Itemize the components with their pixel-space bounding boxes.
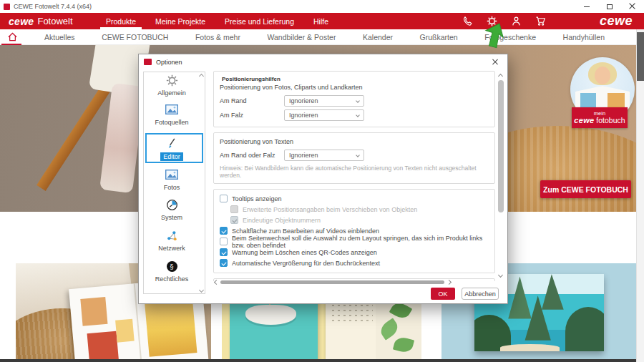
am-falz-select[interactable]: Ignorieren xyxy=(284,109,364,121)
brush-icon xyxy=(165,137,178,150)
ok-button[interactable]: OK xyxy=(431,288,455,300)
checkbox-seitenwechsel-layout[interactable]: Beim Seitenwechsel soll die Auswahl zu d… xyxy=(220,236,489,247)
checkbox-box[interactable] xyxy=(220,259,228,267)
options-content: Positionierungshilfen Positionierung von… xyxy=(213,71,495,281)
chevron-down-icon xyxy=(356,153,360,157)
dialog-close-button[interactable] xyxy=(483,54,507,69)
dialog-app-icon xyxy=(144,59,152,65)
sidebar-item-fotoquellen[interactable]: Fotoquellen xyxy=(144,103,200,126)
menu-item-hilfe[interactable]: Hilfe xyxy=(313,13,328,29)
sidebar-item-label: Netzwerk xyxy=(158,245,185,252)
am-rand-oder-falz-label: Am Rand oder Falz xyxy=(220,152,284,159)
scroll-right-icon[interactable] xyxy=(447,280,452,284)
am-rand-label: Am Rand xyxy=(220,97,284,104)
editor-options-group: Tooltips anzeigen Erweiterte Positionsan… xyxy=(213,189,495,273)
checkbox-label: Beim Seitenwechsel soll die Auswahl zu d… xyxy=(232,235,489,249)
green-pointer-arrow xyxy=(482,22,527,52)
scrollbar-thumb[interactable] xyxy=(498,80,504,212)
phone-icon[interactable] xyxy=(462,16,473,26)
options-sidebar: Allgemein Fotoquellen Editor Fotos Syste… xyxy=(143,72,205,294)
options-dialog: Optionen Allgemein Fotoquellen Editor Fo… xyxy=(138,54,508,304)
sidebar-item-editor[interactable]: Editor xyxy=(144,137,200,161)
checkbox-tooltips[interactable]: Tooltips anzeigen xyxy=(220,193,489,204)
sidebar-item-label: Fotoquellen xyxy=(155,119,188,126)
positioning-group: Positionierungshilfen Positionierung von… xyxy=(213,71,495,127)
os-titlebar: CEWE Fotowelt 7.4.4 (x64) xyxy=(0,0,644,13)
checkbox-buchruecken-vergroesserung[interactable]: Automatische Vergrößerung für den Buchrü… xyxy=(220,258,489,268)
subnav-item-handyhuellen[interactable]: Handyhüllen xyxy=(563,33,605,41)
minimize-icon xyxy=(584,6,590,7)
image-icon xyxy=(165,103,178,116)
zum-cewe-fotobuch-button[interactable]: Zum CEWE FOTOBUCH xyxy=(540,180,631,198)
sidebar-item-label: System xyxy=(161,214,182,221)
scroll-up-icon[interactable] xyxy=(499,73,503,77)
text-positioning-group: Positionierung von Texten Am Rand oder F… xyxy=(213,132,495,184)
scroll-down-icon[interactable] xyxy=(499,273,503,278)
chevron-down-icon xyxy=(356,99,360,103)
sidebar-item-system[interactable]: System xyxy=(144,198,200,221)
checkbox-box xyxy=(230,216,238,224)
fotobuch-badge-label: mein cewe fotobuch xyxy=(572,107,628,128)
page-scrollbar-thumb[interactable] xyxy=(637,32,644,81)
checkbox-label: Erweiterte Positionsangaben beim Verschi… xyxy=(243,206,417,213)
sidebar-item-label: Rechtliches xyxy=(155,275,189,283)
checkbox-eindeutige-objektnummern: Eindeutige Objektnummern xyxy=(230,215,489,225)
checkbox-box[interactable] xyxy=(220,248,228,256)
subnav-item-kalender[interactable]: Kalender xyxy=(363,33,393,41)
checkbox-erweiterte-positionsangaben: Erweiterte Positionsangaben beim Verschi… xyxy=(230,204,489,215)
image-icon xyxy=(165,168,178,181)
footer-strip xyxy=(0,359,644,362)
main-menubar: cewe Fotowelt Produkte Meine Projekte Pr… xyxy=(0,13,644,29)
brand-word: Fotowelt xyxy=(37,16,72,26)
cewe-logo: cewe xyxy=(600,13,633,29)
menu-item-meine-projekte[interactable]: Meine Projekte xyxy=(155,13,205,29)
subnav-item-aktuelles[interactable]: Aktuelles xyxy=(44,33,75,41)
cancel-button[interactable]: Abbrechen xyxy=(462,288,499,300)
checkbox-label: Schaltfläche zum Bearbeiten auf Videos e… xyxy=(232,228,379,235)
product-subnav: Aktuelles CEWE FOTOBUCH Fotos & mehr Wan… xyxy=(0,29,636,45)
sidebar-item-label: Editor xyxy=(160,152,183,161)
app-icon xyxy=(4,4,10,10)
select-value: Ignorieren xyxy=(289,97,318,104)
brand-logo[interactable]: cewe Fotowelt xyxy=(9,13,73,29)
checkbox-box[interactable] xyxy=(220,227,228,235)
brand-cewe: cewe xyxy=(9,16,34,27)
positioning-texts-subtitle: Positionierung von Texten xyxy=(220,138,489,145)
sidebar-item-allgemein[interactable]: Allgemein xyxy=(144,74,200,97)
scroll-left-icon[interactable] xyxy=(213,280,218,284)
checkbox-box xyxy=(230,205,238,213)
sidebar-item-fotos[interactable]: Fotos xyxy=(144,168,200,191)
subnav-item-cewe-fotobuch[interactable]: CEWE FOTOBUCH xyxy=(102,33,168,41)
dialog-horizontal-scrollbar[interactable] xyxy=(213,280,493,285)
menu-item-preise-und-lieferung[interactable]: Preise und Lieferung xyxy=(225,13,294,29)
maximize-button[interactable] xyxy=(598,0,621,13)
page-scrollbar[interactable] xyxy=(636,29,644,362)
checkbox-label: Automatische Vergrößerung für den Buchrü… xyxy=(232,260,380,267)
close-button[interactable] xyxy=(621,0,644,13)
sidebar-item-rechtliches[interactable]: § Rechtliches xyxy=(144,260,200,283)
scrollbar-thumb[interactable] xyxy=(220,280,444,284)
subnav-item-grusskarten[interactable]: Grußkarten xyxy=(420,33,458,41)
checkbox-box[interactable] xyxy=(220,195,228,202)
checkbox-label: Eindeutige Objektnummern xyxy=(243,217,321,224)
positioning-photos-subtitle: Positionierung von Fotos, Cliparts und L… xyxy=(220,84,489,91)
am-rand-select[interactable]: Ignorieren xyxy=(284,95,364,107)
minimize-button[interactable] xyxy=(575,0,598,13)
dialog-vertical-scrollbar[interactable] xyxy=(497,73,504,278)
dialog-titlebar[interactable]: Optionen xyxy=(139,54,507,69)
am-falz-label: Am Falz xyxy=(220,112,284,119)
home-tab[interactable] xyxy=(0,29,24,44)
sidebar-scroll-down-icon[interactable] xyxy=(200,288,204,292)
subnav-item-fotos-mehr[interactable]: Fotos & mehr xyxy=(195,33,240,41)
am-rand-oder-falz-select[interactable]: Ignorieren xyxy=(284,150,364,161)
subnav-item-wandbilder-poster[interactable]: Wandbilder & Poster xyxy=(267,33,336,41)
cart-icon[interactable] xyxy=(535,16,546,26)
close-icon xyxy=(629,3,636,10)
checkbox-label: Warnung beim Löschen eines QR-Codes anze… xyxy=(232,249,377,256)
network-icon xyxy=(165,229,178,242)
group-title: Positionierungshilfen xyxy=(220,76,283,82)
sidebar-scroll-up-icon[interactable] xyxy=(200,74,204,78)
menu-item-produkte[interactable]: Produkte xyxy=(106,13,136,29)
sidebar-item-netzwerk[interactable]: Netzwerk xyxy=(144,229,200,252)
checkbox-box[interactable] xyxy=(220,238,228,245)
